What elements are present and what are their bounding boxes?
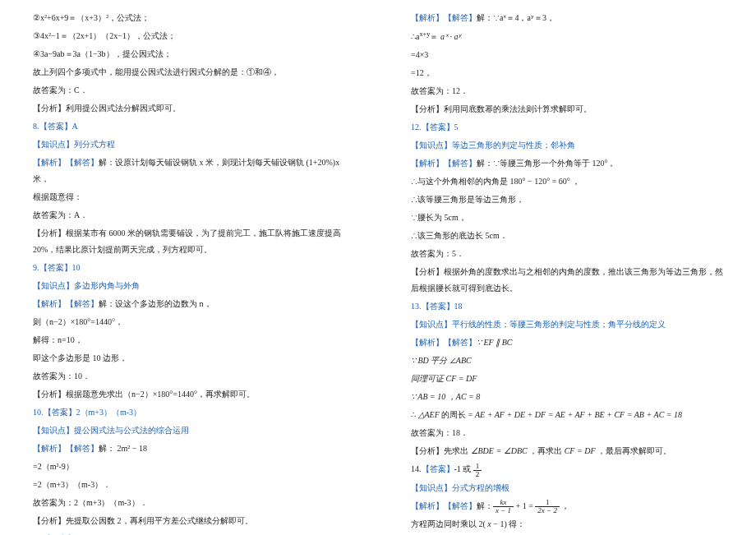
text-line: =2（m²-9） bbox=[33, 459, 345, 475]
text-line: 故答案为：18． bbox=[411, 425, 723, 441]
text-line: ∴该三角形的底边长 5cm． bbox=[411, 228, 723, 244]
text-line: 【解析】【解答】解：kxx − 1 + 1 = 12x − 2 ， bbox=[411, 498, 723, 514]
text-line: 【解析】【解答】解：设原计划每天铺设钢轨 x 米，则现计划每天铺设钢轨 (1+2… bbox=[33, 155, 345, 187]
text-line: 【分析】根据外角的度数求出与之相邻的内角的度数，推出该三角形为等边三角形，然后根… bbox=[411, 264, 723, 297]
text-line: 12.【答案】5 bbox=[411, 119, 723, 136]
text-line: 【分析】利用提公因式法分解因式即可。 bbox=[33, 100, 345, 117]
text-line: 【解析】【解答】解：∵等腰三角形一个外角等于 120°， bbox=[411, 155, 723, 172]
text-line: 【知识点】多边形内角与外角 bbox=[33, 278, 345, 294]
text-line: 根据题意得： bbox=[33, 189, 345, 205]
text-line: 则（n−2）×180°=1440°， bbox=[33, 314, 345, 330]
text-line: 故答案为：A． bbox=[33, 207, 345, 224]
text-line: =12， bbox=[411, 65, 723, 81]
text-line: 【知识点】列分式方程 bbox=[33, 136, 345, 153]
text-line: ∴与这个外角相邻的内角是 180° − 120° = 60° ， bbox=[411, 173, 723, 190]
text-line: 【分析】先提取公因数 2，再利用平方差公式继续分解即可。 bbox=[33, 513, 345, 529]
text-line: ∴ △AEF 的周长 = AE + AF + DE + DF = AE + AF… bbox=[411, 407, 723, 423]
text-line: 【分析】根据某市有 6000 米的钢轨需要铺设，为了提前完工，施工队将施工速度提… bbox=[33, 225, 345, 258]
text-line: 【分析】先求出 ∠BDE = ∠DBC ，再求出 CF = DF ，最后再求解即… bbox=[411, 443, 723, 459]
text-line: ③4x²−1＝（2x+1）（2x−1），公式法； bbox=[33, 28, 345, 44]
text-line: 【分析】利用同底数幂的乘法法则计算求解即可。 bbox=[411, 101, 723, 118]
text-line: 【解析】【解答】解：设这个多边形的边数为 n， bbox=[33, 296, 345, 312]
text-line: 14.【答案】-1 或 12 bbox=[411, 461, 723, 477]
text-line: ④3a−9ab＝3a（1−3b），提公因式法； bbox=[33, 46, 345, 62]
text-line: 同理可证 CF = DF bbox=[411, 371, 723, 387]
text-line: 13.【答案】18 bbox=[411, 298, 723, 315]
text-line: 【解析】【解答】解： 2m² − 18 bbox=[33, 440, 345, 457]
text-line: 故答案为：12． bbox=[411, 83, 723, 99]
text-line: ∵腰长为 5cm， bbox=[411, 210, 723, 226]
text-line: 【知识点】等边三角形的判定与性质；邻补角 bbox=[411, 137, 723, 154]
text-line: 8.【答案】A bbox=[33, 118, 345, 135]
text-line: =4×3 bbox=[411, 47, 723, 63]
text-line: 故上列四个多项式中，能用提公因式法进行因式分解的是：①和④， bbox=[33, 64, 345, 81]
text-line: 【知识点】提公因式法与公式法的综合运用 bbox=[33, 422, 345, 439]
text-line: ∵ BD 平分 ∠ABC bbox=[411, 353, 723, 369]
text-line: 【知识点】平行线的性质；等腰三角形的判定与性质；角平分线的定义 bbox=[411, 316, 723, 333]
text-line: 故答案为：C． bbox=[33, 82, 345, 99]
text-line: 10.【答案】2（m+3）（m-3） bbox=[33, 404, 345, 421]
text-line: 【解析】【解答】∵ EF ∥ BC bbox=[411, 334, 723, 351]
text-line: ∴ax+y＝ aˣ · aʸ bbox=[411, 28, 723, 45]
text-line: 方程两边同时乘以 2( x − 1) 得： bbox=[411, 516, 723, 533]
text-line: 解得：n=10， bbox=[33, 332, 345, 348]
text-line: 9.【答案】10 bbox=[33, 260, 345, 276]
text-line: 【解析】【解答】解：∵aˣ＝4，aʸ＝3， bbox=[411, 10, 723, 26]
text-line: ②x²+6x+9＝（x+3）²，公式法； bbox=[33, 10, 345, 26]
text-line: 【分析】根据题意先求出（n−2）×180°=1440°，再求解即可。 bbox=[33, 386, 345, 403]
text-line: ∴该等腰三角形是等边三角形， bbox=[411, 191, 723, 208]
text-line: 【知识点】分式方程的增根 bbox=[411, 480, 723, 496]
text-line: =2（m+3）（m-3）． bbox=[33, 477, 345, 493]
text-line: 故答案为：10． bbox=[33, 368, 345, 385]
text-line: ∵ AB = 10 ，AC = 8 bbox=[411, 389, 723, 405]
text-line: 故答案为：5． bbox=[411, 246, 723, 262]
text-line: 即这个多边形是 10 边形， bbox=[33, 350, 345, 367]
text-line: 11.【答案】12 bbox=[33, 531, 345, 535]
text-line: 故答案为：2（m+3）（m-3）． bbox=[33, 495, 345, 511]
